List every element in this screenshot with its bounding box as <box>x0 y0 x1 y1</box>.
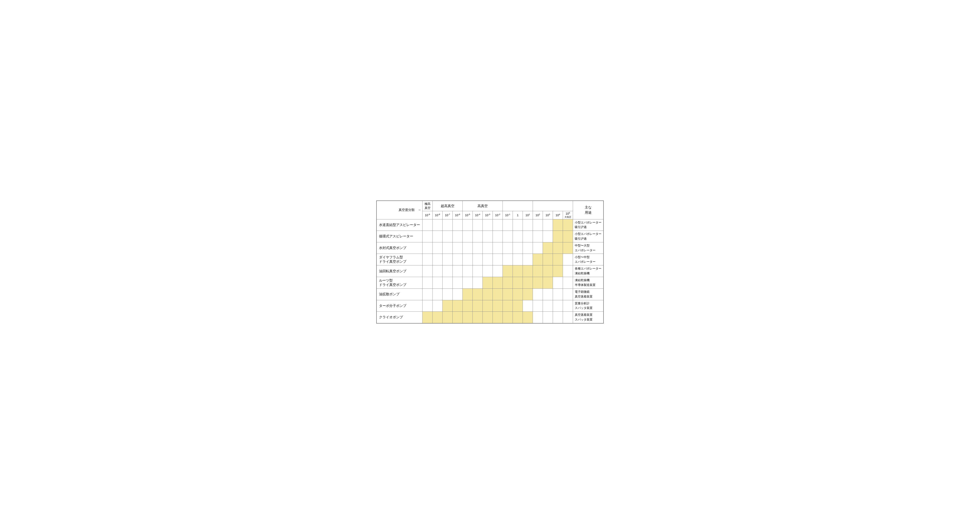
range-cell <box>513 277 523 288</box>
range-cell <box>442 312 453 323</box>
range-cell <box>513 231 523 242</box>
range-cell <box>433 288 442 300</box>
range-cell <box>473 312 483 323</box>
range-cell <box>523 242 533 254</box>
range-cell <box>553 300 563 312</box>
range-cell <box>553 265 563 277</box>
range-cell <box>442 300 453 312</box>
range-cell <box>563 300 573 312</box>
range-cell <box>453 300 463 312</box>
range-cell <box>563 242 573 254</box>
table-row: クライオポンプ真空蒸着装置スパッタ装置 <box>377 312 603 323</box>
range-cell <box>423 242 433 254</box>
range-cell <box>463 277 473 288</box>
range-cell <box>533 265 543 277</box>
usage-cell: 小型エバポレーター吸引沪過 <box>573 231 603 242</box>
range-cell <box>503 300 513 312</box>
range-cell <box>493 265 503 277</box>
range-cell <box>553 231 563 242</box>
range-cell <box>473 300 483 312</box>
range-cell <box>513 312 523 323</box>
range-cell <box>473 288 483 300</box>
category-header: 超高真空 <box>433 201 463 211</box>
range-cell <box>503 277 513 288</box>
pressure-cell: 10-7 <box>442 211 453 219</box>
range-cell <box>423 277 433 288</box>
usage-cell: 各種エバポレーター凍結乾燥機 <box>573 265 603 277</box>
range-cell <box>453 265 463 277</box>
usage-header: 主な用途 <box>573 201 603 219</box>
pressure-cell: 10-2 <box>493 211 503 219</box>
range-cell <box>442 254 453 265</box>
range-cell <box>463 242 473 254</box>
pressure-cell: 10-5 <box>463 211 473 219</box>
usage-cell: 小型エバポレーター吸引沪過 <box>573 219 603 231</box>
range-cell <box>473 254 483 265</box>
range-cell <box>533 254 543 265</box>
range-cell <box>503 312 513 323</box>
pressure-cell: 101 <box>523 211 533 219</box>
category-header: 極高真空 <box>423 201 433 211</box>
range-cell <box>483 277 493 288</box>
range-cell <box>543 300 553 312</box>
range-cell <box>533 242 543 254</box>
range-cell <box>423 300 433 312</box>
range-cell <box>483 265 493 277</box>
range-cell <box>483 231 493 242</box>
range-cell <box>463 219 473 231</box>
usage-cell: 電子顕微鏡真空蒸着装置 <box>573 288 603 300</box>
pressure-cell: 10-9 <box>423 211 433 219</box>
pressure-cell: 102 <box>533 211 543 219</box>
range-cell <box>543 219 553 231</box>
pump-label: 油拡散ポンプ <box>377 288 423 300</box>
usage-cell: 質量分析計スパッタ装置 <box>573 300 603 312</box>
range-cell <box>433 312 442 323</box>
range-cell <box>513 265 523 277</box>
range-cell <box>453 242 463 254</box>
range-cell <box>543 254 553 265</box>
range-cell <box>543 231 553 242</box>
range-cell <box>563 231 573 242</box>
range-cell <box>453 231 463 242</box>
range-cell <box>483 254 493 265</box>
range-cell <box>453 288 463 300</box>
pump-label: 水道直結型アスピレーター <box>377 219 423 231</box>
range-cell <box>433 300 442 312</box>
range-cell <box>423 254 433 265</box>
pressure-cell: 10-6 <box>453 211 463 219</box>
range-cell <box>503 219 513 231</box>
range-cell <box>533 277 543 288</box>
pressure-cell: 10-3 <box>483 211 493 219</box>
range-cell <box>463 312 473 323</box>
range-cell <box>442 265 453 277</box>
range-cell <box>442 277 453 288</box>
range-cell <box>533 300 543 312</box>
range-cell <box>513 288 523 300</box>
range-cell <box>553 288 563 300</box>
range-cell <box>533 219 543 231</box>
pressure-cell: 103 <box>543 211 553 219</box>
table-row: ターボ分子ポンプ質量分析計スパッタ装置 <box>377 300 603 312</box>
range-cell <box>463 288 473 300</box>
range-cell <box>423 312 433 323</box>
range-cell <box>483 300 493 312</box>
usage-cell: 小型〜中型エバポレーター <box>573 254 603 265</box>
range-cell <box>543 242 553 254</box>
pressure-cell: 10-8 <box>433 211 442 219</box>
range-cell <box>563 265 573 277</box>
range-cell <box>453 277 463 288</box>
pressure-cell: 10-4 <box>473 211 483 219</box>
usage-cell: 凍結乾燥機半導体製造装置 <box>573 277 603 288</box>
range-cell <box>523 300 533 312</box>
range-cell <box>493 231 503 242</box>
range-cell <box>433 277 442 288</box>
range-cell <box>463 254 473 265</box>
range-cell <box>563 288 573 300</box>
range-cell <box>523 288 533 300</box>
range-cell <box>543 312 553 323</box>
usage-cell: 真空蒸着装置スパッタ装置 <box>573 312 603 323</box>
pressure-cell: 105大気圧 <box>563 211 573 219</box>
range-cell <box>513 254 523 265</box>
range-cell <box>553 277 563 288</box>
range-cell <box>442 219 453 231</box>
